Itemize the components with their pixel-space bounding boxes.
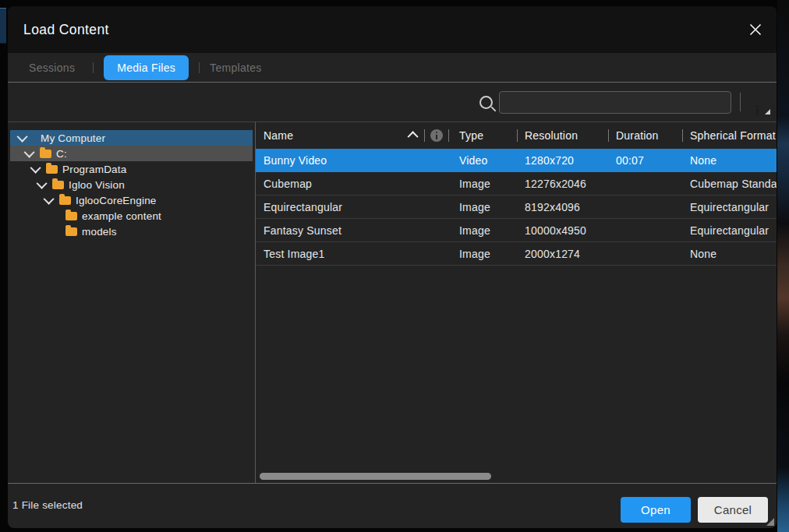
folder-icon <box>65 212 77 220</box>
tab-separator <box>93 62 94 73</box>
open-button[interactable]: Open <box>621 497 691 523</box>
search-icon <box>479 96 493 109</box>
tree-item-my-computer[interactable]: My Computer <box>10 130 253 146</box>
cancel-button[interactable]: Cancel <box>698 497 768 523</box>
folder-tree: My Computer C: ProgramData Igloo Vision <box>8 122 255 483</box>
tree-item-igloo-vision[interactable]: Igloo Vision <box>10 177 253 192</box>
column-header-resolution[interactable]: Resolution <box>517 129 608 142</box>
folder-icon <box>59 196 71 205</box>
tree-item-label: Igloo Vision <box>69 179 125 191</box>
column-header-spherical-format[interactable]: Spherical Format <box>682 129 777 142</box>
column-header-type[interactable]: Type <box>448 129 517 142</box>
dialog-title: Load Content <box>23 22 109 38</box>
chevron-down-icon[interactable] <box>17 132 28 143</box>
tree-item-models[interactable]: models <box>10 224 253 239</box>
tabs-bar: Sessions Media Files Templates <box>8 53 777 83</box>
chevron-down-icon[interactable] <box>24 147 35 158</box>
table-header: Name Type Resolution Duration Spherical … <box>256 122 777 149</box>
chevron-down-icon[interactable] <box>30 163 41 174</box>
tab-templates[interactable]: Templates <box>210 62 262 74</box>
dialog-footer: 1 File selected Open Cancel <box>8 484 777 528</box>
info-button[interactable] <box>748 93 766 111</box>
tree-item-c-drive[interactable]: C: <box>10 146 253 161</box>
table-row[interactable]: Equirectangular Image 8192x4096 Equirect… <box>256 196 777 219</box>
background-app-fragment <box>777 0 789 532</box>
folder-icon <box>52 181 64 189</box>
tree-item-label: models <box>82 226 117 238</box>
search-toolbar <box>8 83 777 122</box>
toolbar-separator <box>740 93 741 111</box>
table-row[interactable]: Bunny Video Video 1280x720 00:07 None <box>256 149 777 172</box>
tab-separator <box>199 62 200 73</box>
column-header-duration[interactable]: Duration <box>608 129 682 142</box>
horizontal-scrollbar-thumb[interactable] <box>260 473 491 480</box>
table-row[interactable]: Fantasy Sunset Image 10000x4950 Equirect… <box>256 219 777 242</box>
tree-item-label: C: <box>56 148 67 160</box>
load-content-dialog: Load Content Sessions Media Files Templa… <box>8 6 777 528</box>
dialog-titlebar: Load Content <box>8 6 777 53</box>
sort-ascending-icon <box>408 131 419 142</box>
corner-triangle-icon <box>765 109 770 115</box>
column-header-info[interactable] <box>424 129 448 142</box>
table-row[interactable]: Cubemap Image 12276x2046 Cubemap Standar… <box>256 172 777 196</box>
tab-sessions[interactable]: Sessions <box>29 62 75 74</box>
folder-icon <box>65 227 77 236</box>
folder-icon <box>40 150 51 158</box>
close-icon <box>749 23 762 38</box>
tree-item-label: example content <box>82 210 161 222</box>
close-button[interactable] <box>747 22 764 39</box>
tree-item-label: ProgramData <box>62 164 126 175</box>
resize-grip-icon[interactable] <box>766 518 774 526</box>
tree-item-example-content[interactable]: example content <box>10 208 253 224</box>
chevron-down-icon[interactable] <box>44 194 55 205</box>
tree-item-igloocoreengine[interactable]: IglooCoreEngine <box>10 192 253 208</box>
chevron-down-icon[interactable] <box>37 178 48 189</box>
search-input[interactable] <box>499 91 731 114</box>
tree-item-label: My Computer <box>41 132 105 144</box>
tab-media-files[interactable]: Media Files <box>104 55 189 80</box>
background-app-fragment <box>0 8 6 44</box>
file-table: Name Type Resolution Duration Spherical … <box>256 122 777 483</box>
folder-icon <box>46 165 58 174</box>
column-header-name[interactable]: Name <box>256 129 424 142</box>
selection-status: 1 File selected <box>12 499 83 511</box>
info-icon <box>430 129 443 142</box>
dialog-content: My Computer C: ProgramData Igloo Vision <box>8 122 777 484</box>
tree-item-label: IglooCoreEngine <box>76 195 157 206</box>
table-row[interactable]: Test Image1 Image 2000x1274 None <box>256 242 777 266</box>
tree-item-programdata[interactable]: ProgramData <box>10 161 253 177</box>
